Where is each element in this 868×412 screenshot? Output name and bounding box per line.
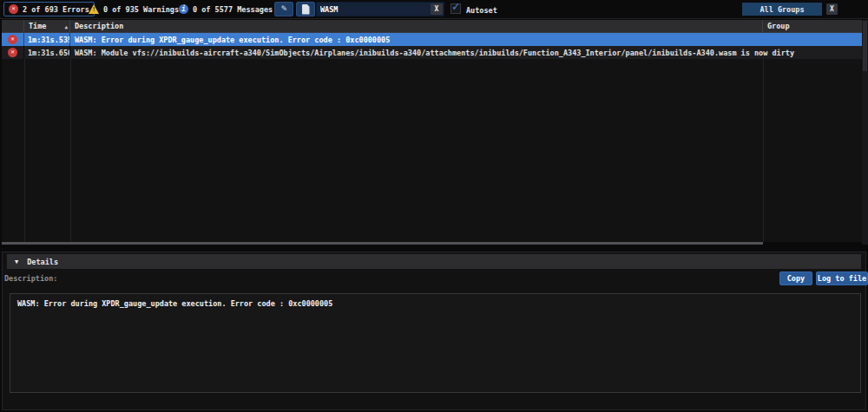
- clear-console-button[interactable]: ✎: [274, 2, 293, 16]
- details-header[interactable]: ▼ Details: [7, 254, 861, 269]
- table-header-row: Time ▲ Description Group: [2, 20, 862, 33]
- console-window: ✕ 2 of 693 Errors ! 0 of 935 Warnings i …: [0, 0, 868, 412]
- time-header-label: Time: [29, 22, 46, 30]
- time-cell: 1m:31s.535ms: [24, 33, 70, 46]
- column-header-description[interactable]: Description: [70, 20, 763, 32]
- description-label: Description:: [4, 274, 57, 283]
- groups-dropdown[interactable]: All Groups: [742, 3, 822, 16]
- eraser-icon: ✎: [281, 3, 287, 13]
- warning-icon: !: [89, 4, 99, 14]
- description-cell: WASM: Error during XPDR_gauge_update exe…: [70, 33, 763, 46]
- checkmark-icon: ✓: [452, 0, 459, 13]
- column-header-time[interactable]: Time ▲: [24, 20, 70, 32]
- horizontal-scrollbar[interactable]: [2, 242, 763, 245]
- autoset-checkbox[interactable]: ✓: [450, 3, 461, 14]
- column-header-severity[interactable]: [2, 20, 24, 32]
- toolbar: ✕ 2 of 693 Errors ! 0 of 935 Warnings i …: [0, 0, 868, 19]
- warnings-count-label: 0 of 935 Warnings: [103, 5, 179, 14]
- vertical-scrollbar[interactable]: [862, 20, 868, 245]
- copy-button[interactable]: Copy: [779, 271, 812, 285]
- autoset-label: Autoset: [466, 6, 497, 15]
- collapse-icon: ▼: [15, 258, 18, 265]
- error-icon: ✕: [8, 48, 17, 57]
- filter-input[interactable]: [317, 5, 431, 14]
- log-table: Time ▲ Description Group ✕ 1m:31s.535ms …: [2, 20, 862, 242]
- details-title: Details: [27, 258, 58, 266]
- groups-clear-button[interactable]: X: [826, 3, 838, 15]
- errors-filter-toggle[interactable]: ✕ 2 of 693 Errors: [3, 2, 95, 16]
- table-row[interactable]: ✕ 1m:31s.650ms WASM: Module vfs://inibui…: [2, 46, 862, 59]
- info-icon: i: [179, 4, 188, 14]
- error-icon: ✕: [9, 4, 18, 14]
- messages-count-label: 0 of 5577 Messages: [193, 5, 273, 14]
- warnings-filter-toggle[interactable]: ! 0 of 935 Warnings: [89, 2, 179, 16]
- severity-cell: ✕: [2, 33, 24, 46]
- column-header-group[interactable]: Group: [763, 20, 862, 32]
- errors-count-label: 2 of 693 Errors: [23, 5, 89, 14]
- error-icon: ✕: [8, 35, 17, 44]
- sort-ascending-icon: ▲: [64, 23, 68, 29]
- group-header-label: Group: [767, 22, 790, 30]
- filter-input-wrap: X: [316, 2, 444, 16]
- filter-clear-button[interactable]: X: [431, 3, 443, 15]
- log-to-file-button[interactable]: Log to file: [816, 271, 868, 285]
- description-cell: WASM: Module vfs://inibuilds-aircraft-a3…: [70, 46, 763, 59]
- description-header-label: Description: [75, 22, 123, 30]
- details-panel: ▼ Details Description: Copy Log to file …: [2, 252, 866, 410]
- time-cell: 1m:31s.650ms: [24, 46, 70, 59]
- copy-log-button[interactable]: [296, 2, 315, 16]
- file-icon: [302, 4, 310, 15]
- messages-filter-toggle[interactable]: i 0 of 5577 Messages: [179, 2, 273, 16]
- table-row[interactable]: ✕ 1m:31s.535ms WASM: Error during XPDR_g…: [2, 33, 862, 46]
- scrollbar-thumb[interactable]: [863, 21, 867, 71]
- description-value: WASM: Error during XPDR_gauge_update exe…: [10, 293, 861, 393]
- severity-cell: ✕: [2, 46, 24, 59]
